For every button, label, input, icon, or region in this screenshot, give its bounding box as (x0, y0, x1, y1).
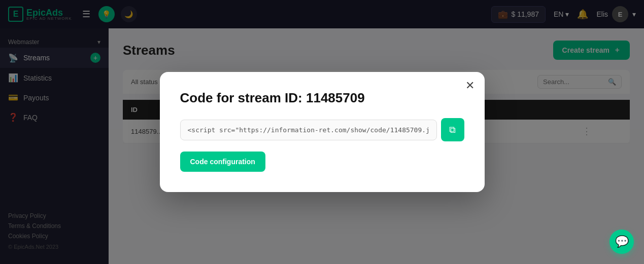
code-row: ⧉ (180, 118, 464, 141)
modal-close-button[interactable]: ✕ (465, 80, 474, 91)
modal-overlay[interactable]: ✕ Code for stream ID: 11485709 ⧉ Code co… (0, 0, 644, 264)
chat-bubble[interactable]: 💬 (609, 230, 634, 254)
code-input[interactable] (180, 120, 437, 140)
code-configuration-button[interactable]: Code configuration (180, 152, 265, 172)
copy-icon: ⧉ (449, 125, 456, 135)
copy-button[interactable]: ⧉ (441, 118, 464, 141)
chat-icon: 💬 (615, 235, 629, 248)
modal-title: Code for stream ID: 11485709 (180, 90, 464, 106)
modal: ✕ Code for stream ID: 11485709 ⧉ Code co… (160, 72, 485, 192)
